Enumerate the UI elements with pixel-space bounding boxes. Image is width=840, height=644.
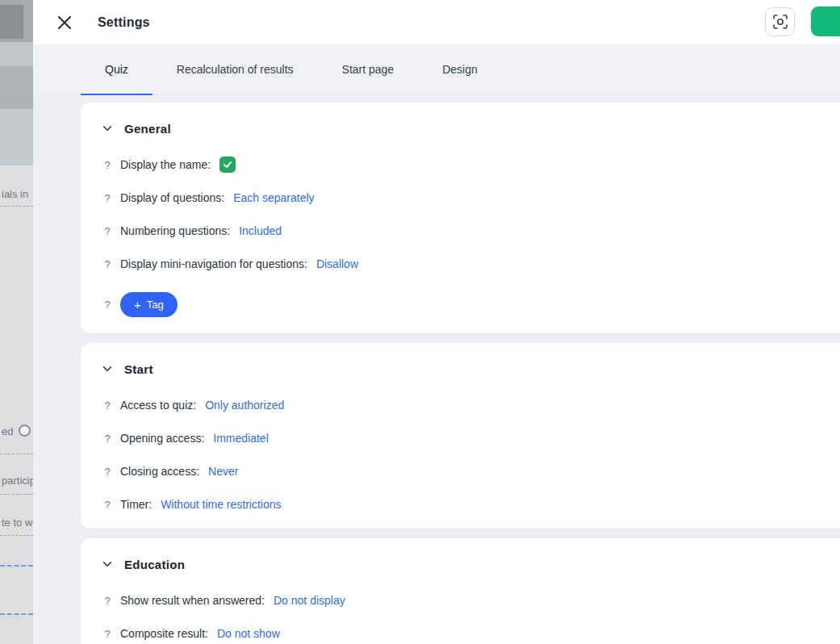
- tab-start-page[interactable]: Start page: [318, 44, 419, 95]
- help-icon[interactable]: ?: [103, 258, 111, 270]
- background-text-fragment: ed: [2, 425, 13, 437]
- chevron-down-icon: [102, 558, 113, 570]
- divider: [0, 454, 33, 454]
- background-text-fragment: ials in: [2, 188, 28, 200]
- section-start: Start ? Access to quiz: Only authorized …: [81, 343, 840, 529]
- tab-quiz[interactable]: Quiz: [81, 44, 153, 95]
- section-header: Start: [100, 358, 840, 380]
- setting-label: Display of questions:: [120, 191, 224, 204]
- setting-row: ? Display mini-navigation for questions:…: [100, 256, 840, 272]
- background-block: [0, 5, 23, 39]
- settings-tabs: Quiz Recalculation of results Start page…: [33, 44, 840, 95]
- setting-label: Opening access:: [120, 432, 204, 445]
- collapse-button[interactable]: [100, 557, 115, 571]
- primary-action-button[interactable]: [811, 6, 840, 36]
- panel-header: Settings: [33, 0, 840, 44]
- help-icon[interactable]: ?: [103, 225, 111, 237]
- section-header: General: [100, 117, 840, 140]
- setting-row: ? Closing access: Never: [100, 463, 840, 479]
- setting-label: Timer:: [120, 498, 152, 511]
- setting-value-link[interactable]: Do not show: [217, 627, 280, 640]
- tab-design[interactable]: Design: [418, 44, 502, 95]
- chevron-down-icon: [102, 123, 113, 134]
- close-button[interactable]: [54, 12, 75, 33]
- page-title: Settings: [98, 15, 150, 30]
- background-block: [0, 109, 33, 165]
- setting-row: ? Show result when answered: Do not disp…: [100, 592, 840, 608]
- tab-label: Design: [442, 63, 478, 76]
- preview-button[interactable]: [765, 7, 795, 36]
- help-icon[interactable]: ?: [103, 192, 111, 204]
- help-icon[interactable]: ?: [103, 628, 111, 640]
- setting-value-link[interactable]: Without time restrictions: [161, 498, 281, 511]
- setting-label: Show result when answered:: [120, 594, 265, 607]
- setting-row: ? Display of questions: Each separately: [100, 190, 840, 206]
- background-text-fragment: particip: [2, 475, 33, 487]
- setting-value-link[interactable]: Never: [208, 465, 238, 478]
- setting-value-link[interactable]: Immediatel: [213, 432, 268, 445]
- background-block: [0, 165, 33, 644]
- help-icon[interactable]: ?: [103, 299, 111, 311]
- setting-row: ? Display the name:: [100, 157, 840, 173]
- section-education: Education ? Show result when answered: D…: [81, 538, 840, 644]
- divider: [0, 494, 33, 495]
- settings-content: General ? Display the name: ? Display of…: [33, 95, 840, 644]
- collapse-button[interactable]: [100, 362, 115, 376]
- settings-panel: Settings Quiz Recalculation of results: [33, 0, 840, 644]
- toggle-knob: [19, 424, 31, 437]
- help-icon[interactable]: ?: [103, 399, 111, 412]
- plus-icon: +: [134, 299, 141, 311]
- setting-row: ? Opening access: Immediatel: [100, 430, 840, 446]
- tab-label: Quiz: [105, 63, 128, 76]
- setting-row: ? + Tag: [100, 292, 840, 317]
- setting-value-link[interactable]: Disallow: [316, 257, 358, 270]
- divider: [0, 613, 33, 615]
- collapse-button[interactable]: [100, 121, 115, 136]
- screen: ials in ed particip te to w Settings: [0, 0, 840, 644]
- divider: [0, 206, 33, 207]
- setting-value-link[interactable]: Included: [239, 224, 282, 237]
- setting-value-link[interactable]: Do not display: [274, 594, 345, 607]
- setting-label: Access to quiz:: [120, 399, 196, 412]
- add-tag-label: Tag: [147, 299, 164, 311]
- display-name-checkbox[interactable]: [219, 157, 236, 173]
- preview-scan-icon: [772, 14, 788, 30]
- setting-row: ? Access to quiz: Only authorized: [100, 397, 840, 413]
- help-icon[interactable]: ?: [103, 595, 111, 607]
- help-icon[interactable]: ?: [103, 466, 111, 478]
- background-text-fragment: te to w: [2, 516, 32, 529]
- check-icon: [223, 160, 232, 169]
- setting-label: Composite result:: [120, 627, 208, 640]
- setting-row: ? Composite result: Do not show: [100, 625, 840, 642]
- tab-recalculation-of-results[interactable]: Recalculation of results: [153, 44, 318, 95]
- chevron-down-icon: [102, 363, 113, 374]
- setting-value-link[interactable]: Each separately: [233, 191, 314, 204]
- setting-value-link[interactable]: Only authorized: [205, 399, 284, 412]
- section-title: Start: [124, 362, 153, 376]
- background-page: ials in ed particip te to w: [0, 0, 33, 644]
- section-title: General: [124, 122, 171, 136]
- help-icon[interactable]: ?: [103, 159, 111, 171]
- help-icon[interactable]: ?: [103, 499, 111, 511]
- setting-label: Display the name:: [120, 158, 211, 171]
- section-header: Education: [100, 553, 840, 575]
- help-icon[interactable]: ?: [103, 433, 111, 445]
- setting-label: Closing access:: [120, 465, 199, 478]
- background-block: [0, 42, 33, 66]
- divider: [0, 565, 33, 567]
- setting-label: Display mini-navigation for questions:: [120, 257, 307, 270]
- tab-label: Recalculation of results: [177, 63, 294, 76]
- setting-row: ? Numbering questions: Included: [100, 223, 840, 239]
- divider: [0, 535, 33, 536]
- setting-row: ? Timer: Without time restrictions: [100, 496, 840, 512]
- tab-label: Start page: [342, 63, 395, 76]
- section-general: General ? Display the name: ? Display of…: [81, 102, 840, 333]
- section-title: Education: [124, 558, 185, 571]
- add-tag-button[interactable]: + Tag: [120, 292, 178, 317]
- close-icon: [57, 15, 72, 30]
- setting-label: Numbering questions:: [120, 224, 230, 237]
- background-block: [0, 66, 33, 109]
